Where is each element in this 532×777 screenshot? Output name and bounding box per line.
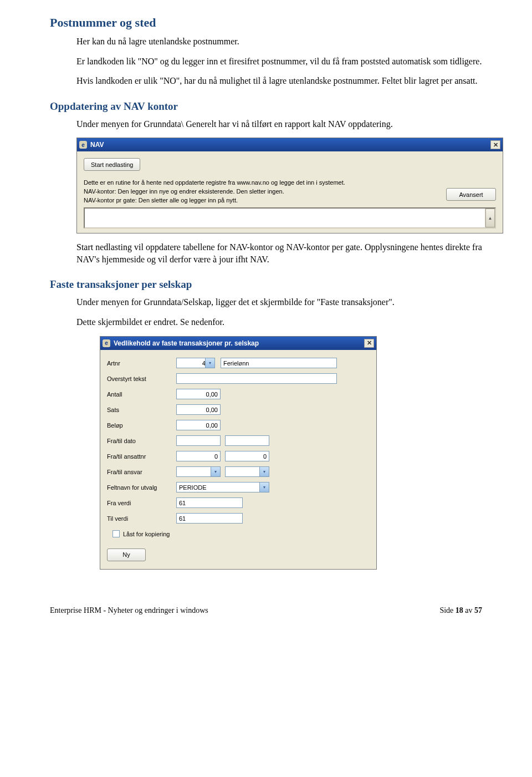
fra-verdi-input[interactable] bbox=[176, 497, 243, 508]
til-dato-input[interactable] bbox=[225, 435, 269, 446]
laast-checkbox[interactable] bbox=[112, 530, 120, 537]
paragraph: Her kan du nå lagre utenlandske postnumm… bbox=[76, 35, 482, 48]
chevron-down-icon[interactable]: ▾ bbox=[259, 467, 269, 476]
sats-input[interactable] bbox=[176, 404, 221, 415]
chevron-down-icon[interactable]: ▾ bbox=[259, 483, 269, 492]
close-icon[interactable]: ✕ bbox=[364, 339, 374, 348]
label-fratil-dato: Fra/til dato bbox=[107, 438, 176, 444]
nav-listbox[interactable]: ▲ bbox=[84, 207, 496, 228]
paragraph: Dette skjermbildet er endret. Se nedenfo… bbox=[76, 316, 482, 328]
nav-title: NAV bbox=[90, 141, 104, 149]
label-laast: Låst for kopiering bbox=[123, 531, 170, 537]
nav-line: NAV-kontor pr gate: Den sletter alle og … bbox=[84, 196, 496, 205]
label-artnr: Artnr bbox=[107, 360, 176, 367]
scrollbar[interactable]: ▲ bbox=[485, 209, 495, 227]
label-til-verdi: Til verdi bbox=[107, 515, 176, 522]
label-belop: Beløp bbox=[107, 422, 176, 429]
footer-text: Side bbox=[439, 606, 455, 615]
close-icon[interactable]: ✕ bbox=[490, 140, 500, 149]
label-fratil-ansvar: Fra/til ansvar bbox=[107, 469, 176, 475]
label-sats: Sats bbox=[107, 407, 176, 413]
nav-line: NAV-kontor: Den legger inn nye og endrer… bbox=[84, 187, 496, 196]
nav-description: Dette er en rutine for å hente ned oppda… bbox=[84, 179, 496, 205]
paragraph: Under menyen for Grunndata/Selskap, ligg… bbox=[76, 296, 482, 308]
heading-oppdatering-nav: Oppdatering av NAV kontor bbox=[50, 100, 482, 113]
heading-postnummer: Postnummer og sted bbox=[50, 16, 482, 30]
nav-dialog: e NAV ✕ Start nedlasting Dette er en rut… bbox=[76, 138, 503, 233]
antall-input[interactable] bbox=[176, 389, 221, 399]
artnr-text bbox=[221, 358, 337, 368]
til-ansattnr-input[interactable] bbox=[225, 451, 269, 461]
label-antall: Antall bbox=[107, 391, 176, 398]
feltnavn-input[interactable] bbox=[176, 482, 269, 492]
app-icon: e bbox=[79, 141, 87, 149]
heading-faste-transaksjoner: Faste transaksjoner per selskap bbox=[50, 278, 482, 291]
footer-text: av bbox=[463, 606, 474, 615]
avansert-button[interactable]: Avansert bbox=[446, 188, 496, 201]
nav-line: Dette er en rutine for å hente ned oppda… bbox=[84, 179, 496, 187]
label-feltnavn: Feltnavn for utvalg bbox=[107, 484, 176, 491]
paragraph: Start nedlasting vil oppdatere tabellene… bbox=[76, 241, 482, 265]
overstyrt-input[interactable] bbox=[176, 373, 337, 384]
fra-dato-input[interactable] bbox=[176, 435, 221, 446]
label-fra-verdi: Fra verdi bbox=[107, 500, 176, 506]
label-fratil-ansattnr: Fra/til ansattnr bbox=[107, 453, 176, 460]
belop-input[interactable] bbox=[176, 420, 221, 430]
chevron-down-icon[interactable]: ▾ bbox=[211, 467, 220, 476]
til-verdi-input[interactable] bbox=[176, 513, 243, 524]
chevron-down-icon[interactable]: ▾ bbox=[205, 358, 214, 368]
fra-ansattnr-input[interactable] bbox=[176, 451, 221, 461]
app-icon: e bbox=[103, 339, 110, 347]
vedlikehold-dialog: e Vedlikehold av faste transaksjoner pr.… bbox=[100, 336, 377, 570]
vedl-titlebar: e Vedlikehold av faste transaksjoner pr.… bbox=[100, 337, 376, 350]
footer-page: 18 bbox=[456, 606, 463, 615]
paragraph: Hvis landkoden er ulik "NO", har du nå m… bbox=[76, 75, 482, 87]
label-overstyrt: Overstyrt tekst bbox=[107, 375, 176, 382]
footer-right: Side 18 av 57 bbox=[439, 606, 482, 615]
footer-total: 57 bbox=[474, 606, 482, 615]
footer-left: Enterprise HRM - Nyheter og endringer i … bbox=[50, 606, 208, 615]
paragraph: Under menyen for Grunndata\ Generelt har… bbox=[76, 118, 482, 130]
ny-button[interactable]: Ny bbox=[107, 549, 146, 561]
paragraph: Er landkoden lik "NO" og du legger inn e… bbox=[76, 55, 482, 68]
page-footer: Enterprise HRM - Nyheter og endringer i … bbox=[0, 606, 532, 625]
scroll-up-icon[interactable]: ▲ bbox=[485, 209, 495, 227]
start-nedlasting-button[interactable]: Start nedlasting bbox=[84, 158, 140, 171]
vedl-title: Vedlikehold av faste transaksjoner pr. s… bbox=[114, 339, 259, 347]
nav-titlebar: e NAV ✕ bbox=[77, 138, 503, 151]
